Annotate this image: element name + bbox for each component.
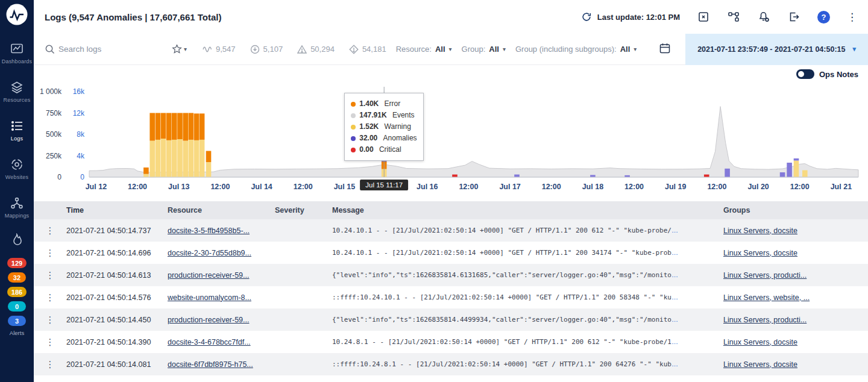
svg-text:8k: 8k [77, 130, 85, 139]
logs-chart[interactable]: 0250k500k750k1 000k04k8k12k16kJul 1212:0… [34, 82, 868, 200]
row-groups-link[interactable]: Linux Servers, docsite [723, 249, 797, 257]
top-bar: Logs (9,547 Anomalies | 17,607,661 Total… [34, 0, 868, 34]
stat-anomalies[interactable]: 9,547 [203, 45, 236, 54]
stat-value: 5,107 [263, 45, 283, 54]
stat-warnings[interactable]: 50,294 [297, 45, 335, 54]
group-subgroups-filter[interactable]: Group (including subgroups): All ▾ [515, 45, 637, 54]
sidebar-item-resources[interactable]: Resources [4, 81, 31, 103]
sidebar-item-label: Mappings [5, 213, 30, 219]
row-menu-button[interactable]: ⋮ [34, 337, 66, 348]
svg-text:750k: 750k [46, 109, 62, 117]
svg-text:Jul 17: Jul 17 [499, 183, 520, 191]
search-box [45, 44, 162, 54]
row-time: 2021-07-21 04:50:14.081 [66, 360, 168, 369]
top-bar-actions: Last update: 12:01 PM [581, 10, 857, 23]
svg-text:Jul 19: Jul 19 [665, 183, 686, 191]
alert-badge-info[interactable]: 0 [8, 301, 26, 312]
sidebar-item-logs[interactable]: Logs [10, 119, 24, 142]
header-message: Message [332, 206, 723, 214]
app-root: Dashboards Resources Logs Websites [0, 0, 868, 382]
row-time: 2021-07-21 04:50:14.737 [66, 227, 168, 235]
pipeline-icon [728, 11, 740, 23]
resource-filter[interactable]: Resource: All ▾ [396, 45, 452, 54]
saved-searches-button[interactable]: ▾ [172, 44, 187, 54]
sidebar-item-alerts[interactable] [10, 233, 24, 249]
header-time: Time [66, 206, 168, 214]
star-icon [172, 44, 182, 54]
table-row[interactable]: ⋮ 2021-07-21 04:50:14.081 docsite-6f7dbf… [34, 353, 868, 375]
svg-text:12:00: 12:00 [624, 183, 644, 191]
ops-notes-control[interactable]: Ops Notes [796, 69, 858, 79]
sidebar: Dashboards Resources Logs Websites [0, 0, 34, 382]
table-row[interactable]: ⋮ 2021-07-21 04:50:14.613 production-rec… [34, 264, 868, 286]
overflow-menu-button[interactable]: ⋮ [847, 12, 857, 22]
svg-text:Jul 18: Jul 18 [582, 183, 603, 191]
row-resource-link[interactable]: website-unomalycom-8... [168, 293, 251, 302]
alerts-flame-icon [10, 233, 24, 246]
stat-errors[interactable]: 5,107 [250, 45, 283, 54]
report-button[interactable] [697, 10, 710, 23]
filter-value: All [489, 45, 499, 54]
last-update[interactable]: Last update: 12:01 PM [581, 11, 680, 22]
stat-value: 9,547 [216, 45, 236, 54]
row-resource-link[interactable]: docsite-2-30-7d55d8b9... [168, 249, 251, 257]
alert-settings-button[interactable] [757, 10, 770, 23]
sidebar-item-websites[interactable]: Websites [5, 158, 28, 180]
row-message: {"level":"info","ts":1626835814.6131685,… [332, 271, 723, 279]
row-time: 2021-07-21 04:50:14.696 [66, 249, 168, 257]
share-button[interactable] [787, 10, 800, 23]
table-row[interactable]: ⋮ 2021-07-21 04:50:14.450 production-rec… [34, 308, 868, 331]
date-range-picker[interactable]: 2021-07-11 23:57:49 - 2021-07-21 04:50:1… [685, 34, 868, 65]
error-circle-icon [250, 45, 260, 54]
row-menu-button[interactable]: ⋮ [34, 225, 66, 236]
row-menu-button[interactable]: ⋮ [34, 315, 66, 325]
alert-badge-error[interactable]: 32 [8, 272, 26, 283]
row-resource-link[interactable]: production-receiver-59... [168, 271, 249, 280]
svg-text:12:00: 12:00 [294, 183, 313, 191]
search-input[interactable] [58, 45, 155, 54]
header-groups: Groups [723, 206, 868, 214]
row-groups-link[interactable]: Linux Servers, docsite [723, 360, 797, 369]
svg-text:Jul 14: Jul 14 [251, 183, 272, 191]
tooltip-row: 0.00 Critical [351, 144, 417, 155]
calendar-icon [659, 42, 671, 54]
group-filter[interactable]: Group: All ▾ [462, 45, 506, 54]
caret-down-icon: ▾ [634, 46, 637, 52]
alert-badge-warning[interactable]: 186 [7, 287, 27, 297]
log-table-body: ⋮ 2021-07-21 04:50:14.737 docsite-3-5-ff… [34, 219, 868, 375]
logicmonitor-logo[interactable] [5, 3, 28, 26]
alert-badge-notification[interactable]: 3 [8, 316, 26, 326]
row-groups-link[interactable]: Linux Servers, docsite [723, 227, 797, 235]
row-time: 2021-07-21 04:50:14.390 [66, 338, 168, 346]
ops-notes-label: Ops Notes [819, 70, 858, 79]
ops-notes-toggle[interactable] [796, 69, 814, 79]
calendar-button[interactable] [659, 42, 671, 57]
row-groups-link[interactable]: Linux Servers, producti... [723, 271, 807, 280]
table-row[interactable]: ⋮ 2021-07-21 04:50:14.390 docsite-3-4-67… [34, 331, 868, 353]
svg-text:12:00: 12:00 [542, 183, 561, 191]
help-button[interactable]: ? [817, 11, 830, 23]
table-row[interactable]: ⋮ 2021-07-21 04:50:14.576 website-unomal… [34, 286, 868, 308]
row-groups-link[interactable]: Linux Servers, producti... [723, 316, 807, 324]
stat-critical[interactable]: 54,181 [349, 45, 386, 54]
table-row[interactable]: ⋮ 2021-07-21 04:50:14.737 docsite-3-5-ff… [34, 219, 868, 242]
row-time: 2021-07-21 04:50:14.450 [66, 316, 168, 324]
row-groups-link[interactable]: Linux Servers, docsite [723, 338, 797, 346]
row-menu-button[interactable]: ⋮ [34, 292, 66, 303]
row-resource-link[interactable]: docsite-3-4-678bcc7fdf... [168, 338, 251, 346]
row-resource-link[interactable]: docsite-3-5-ffb4958b5-... [168, 227, 250, 235]
pipeline-button[interactable] [727, 10, 740, 23]
table-row[interactable]: ⋮ 2021-07-21 04:50:14.696 docsite-2-30-7… [34, 242, 868, 264]
row-menu-button[interactable]: ⋮ [34, 359, 66, 370]
sidebar-item-dashboards[interactable]: Dashboards [2, 42, 33, 64]
row-resource-link[interactable]: production-receiver-59... [168, 316, 249, 324]
svg-text:0: 0 [57, 173, 61, 181]
row-menu-button[interactable]: ⋮ [34, 248, 66, 258]
severity-stats: 9,547 5,107 50,294 [203, 45, 386, 54]
alert-badge-critical[interactable]: 129 [7, 258, 27, 268]
row-resource-link[interactable]: docsite-6f7dbf8975-h75... [168, 360, 253, 369]
sidebar-item-mappings[interactable]: Mappings [5, 196, 30, 219]
row-groups-link[interactable]: Linux Servers, website, ... [723, 293, 810, 302]
row-message: 10.24.10.1 - - [21/Jul/2021:02:50:14 +00… [332, 249, 723, 257]
row-menu-button[interactable]: ⋮ [34, 270, 66, 281]
